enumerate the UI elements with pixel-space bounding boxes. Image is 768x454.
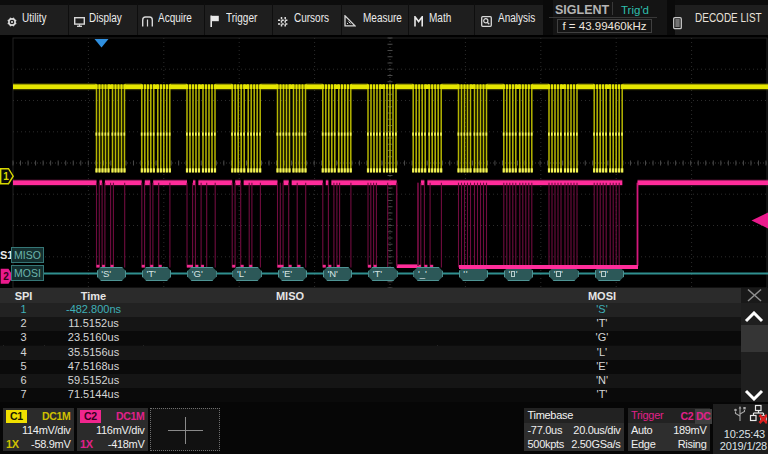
- svg-text:1: 1: [3, 171, 9, 182]
- svg-text:2: 2: [3, 271, 9, 282]
